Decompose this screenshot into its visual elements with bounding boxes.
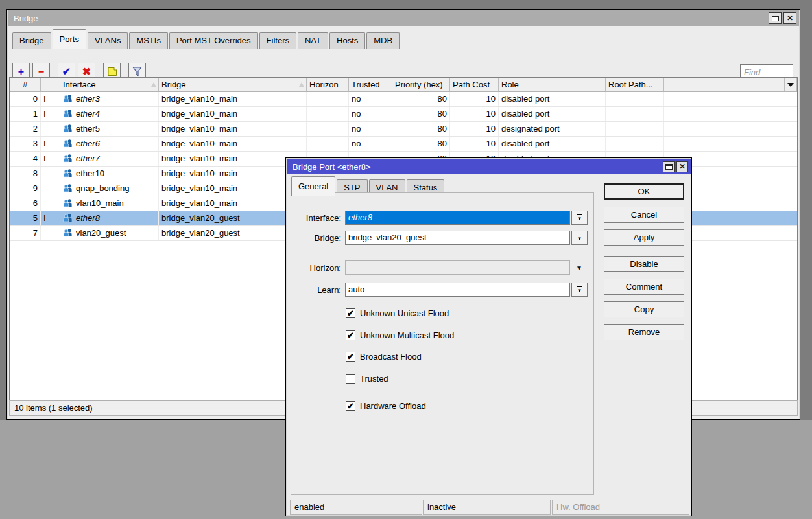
col-header-trusted[interactable]: Trusted <box>349 78 392 91</box>
col-header-number[interactable]: # <box>10 78 41 91</box>
broadcast-flood-checkbox[interactable]: ✔ <box>346 352 355 362</box>
comment-button[interactable]: Comment <box>604 279 684 295</box>
bridge-dropdown-button[interactable]: ▼ <box>571 231 588 245</box>
cell-root_path <box>606 92 664 106</box>
tab-ports[interactable]: Ports <box>53 29 86 49</box>
window-title: Bridge <box>14 14 767 23</box>
col-header-role[interactable]: Role <box>499 78 606 91</box>
cell-root_path <box>606 122 664 136</box>
dialog-tab-general[interactable]: General <box>291 176 335 196</box>
bridge-field[interactable]: bridge_vlan20_guest <box>345 231 570 245</box>
dialog-titlebar[interactable]: Bridge Port <ether8> ✕ <box>287 159 691 174</box>
bridge-port-icon <box>63 183 73 192</box>
close-button[interactable]: ✕ <box>783 12 796 24</box>
trusted-checkbox[interactable] <box>346 374 355 384</box>
tab-nat[interactable]: NAT <box>298 32 328 49</box>
cell-trusted: no <box>349 122 392 136</box>
copy-button[interactable]: Copy <box>604 301 684 317</box>
col-header-horizon[interactable]: Horizon <box>307 78 349 91</box>
horizon-dropdown-arrow-icon[interactable]: ▼ <box>576 264 582 271</box>
cell-flag <box>41 122 60 136</box>
cancel-button[interactable]: Cancel <box>604 207 684 223</box>
cell-num: 8 <box>10 167 41 181</box>
cell-num: 7 <box>10 226 41 240</box>
checkbox-row-broadcast-flood[interactable]: ✔Broadcast Flood <box>346 350 422 363</box>
cell-interface: ether3 <box>60 92 159 106</box>
col-header-root_path[interactable]: Root Path... <box>606 78 664 91</box>
tab-vlans[interactable]: VLANs <box>88 32 128 49</box>
col-header-path_cost[interactable]: Path Cost <box>450 78 499 91</box>
cell-flag <box>41 226 60 240</box>
cell-num: 3 <box>10 137 41 151</box>
remove-icon: − <box>38 66 44 78</box>
remove-button[interactable]: Remove <box>604 324 684 340</box>
cell-bridge: bridge_vlan20_guest <box>159 226 307 240</box>
col-header-flag[interactable] <box>41 78 60 91</box>
general-tab-panel: Interface: ether8 ▼ Bridge: bridge_vlan2… <box>291 192 594 495</box>
column-select-button[interactable] <box>784 78 797 91</box>
disable-button[interactable]: Disable <box>604 256 684 272</box>
sort-ascending-icon <box>299 82 304 87</box>
horizon-field[interactable] <box>345 260 570 275</box>
checkbox-label: Unknown Unicast Flood <box>360 308 449 318</box>
cell-bridge: bridge_vlan10_main <box>159 122 307 136</box>
col-header-bridge[interactable]: Bridge <box>159 78 307 91</box>
bridge-label: Bridge: <box>294 233 345 243</box>
tab-bridge[interactable]: Bridge <box>12 32 51 49</box>
checkbox-row-trusted[interactable]: Trusted <box>346 372 388 385</box>
dialog-close-button[interactable]: ✕ <box>676 161 688 172</box>
table-row-ether4[interactable]: 1Iether4bridge_vlan10_mainno8010disabled… <box>10 107 797 122</box>
cell-flag <box>41 167 60 181</box>
cell-priority: 80 <box>392 92 450 106</box>
bridge-port-icon <box>63 213 73 222</box>
enable-icon: ✔ <box>62 65 71 78</box>
apply-button[interactable]: Apply <box>604 229 684 246</box>
tab-mdb[interactable]: MDB <box>366 32 400 49</box>
checkbox-label: Broadcast Flood <box>360 352 422 362</box>
col-header-priority[interactable]: Priority (hex) <box>392 78 450 91</box>
tab-filters[interactable]: Filters <box>259 32 296 49</box>
cell-num: 0 <box>10 92 41 106</box>
learn-dropdown-button[interactable]: ▼ <box>571 283 588 297</box>
cell-bridge: bridge_vlan10_main <box>159 196 307 211</box>
check-icon: ✔ <box>347 309 354 317</box>
unknown-unicast-flood-checkbox[interactable]: ✔ <box>346 308 355 318</box>
cell-interface: ether8 <box>60 211 159 225</box>
table-row-ether3[interactable]: 0Iether3bridge_vlan10_mainno8010disabled… <box>10 92 797 107</box>
bridge-window-titlebar[interactable]: Bridge ✕ <box>8 10 799 26</box>
check-icon: ✔ <box>347 352 354 361</box>
checkbox-row-unknown-multicast-flood[interactable]: ✔Unknown Multicast Flood <box>346 329 454 341</box>
learn-field[interactable]: auto <box>345 283 570 297</box>
cell-role: disabled port <box>499 137 606 151</box>
bridge-port-dialog: Bridge Port <ether8> ✕ GeneralSTPVLANSta… <box>285 157 692 516</box>
dropdown-icon: ▼ <box>577 235 582 242</box>
interface-name: ether6 <box>76 139 100 148</box>
cell-trusted: no <box>349 107 392 121</box>
maximize-icon <box>665 164 673 170</box>
cell-trusted: no <box>349 92 392 106</box>
bridge-port-icon <box>63 109 73 118</box>
cell-path_cost: 10 <box>450 137 499 151</box>
cell-trusted: no <box>349 137 392 151</box>
hardware-offload-checkbox[interactable]: ✔ <box>346 401 355 411</box>
table-row-ether5[interactable]: 2ether5bridge_vlan10_mainno8010designate… <box>10 122 797 137</box>
close-icon: ✕ <box>679 162 686 171</box>
ok-button[interactable]: OK <box>604 183 684 200</box>
maximize-button[interactable] <box>769 12 782 24</box>
tab-port-mst-overrides[interactable]: Port MST Overrides <box>169 32 258 49</box>
interface-dropdown-button[interactable]: ▼ <box>571 211 588 225</box>
header-filler <box>664 78 784 91</box>
cell-root_path <box>606 107 664 121</box>
tab-hosts[interactable]: Hosts <box>329 32 365 49</box>
checkbox-row-hardware-offload[interactable]: ✔Hardware Offload <box>346 399 426 412</box>
table-row-ether6[interactable]: 3Iether6bridge_vlan10_mainno8010disabled… <box>10 137 797 152</box>
checkbox-row-unknown-unicast-flood[interactable]: ✔Unknown Unicast Flood <box>346 306 449 319</box>
tab-mstis[interactable]: MSTIs <box>129 32 168 49</box>
col-header-interface[interactable]: Interface <box>60 78 159 91</box>
interface-field[interactable]: ether8 <box>345 211 570 225</box>
unknown-multicast-flood-checkbox[interactable]: ✔ <box>346 330 355 340</box>
bridge-port-icon <box>63 168 73 178</box>
dialog-maximize-button[interactable] <box>663 161 675 172</box>
disable-icon: ✖ <box>82 65 91 78</box>
cell-horizon <box>307 92 349 106</box>
